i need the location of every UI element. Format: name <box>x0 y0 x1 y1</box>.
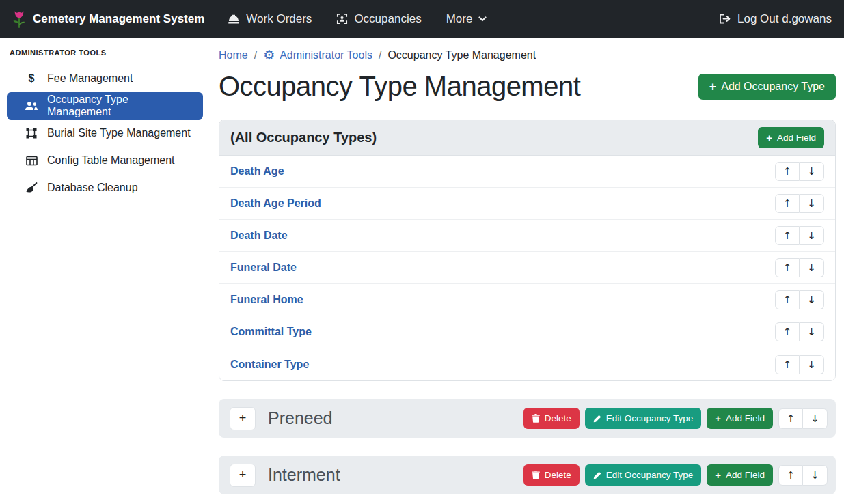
field-row: Death Age Period ↑ ↓ <box>219 188 835 220</box>
nav-occupancies[interactable]: Occupancies <box>336 12 421 26</box>
nav-work-orders[interactable]: Work Orders <box>228 12 312 26</box>
sidebar-item-label: Database Cleanup <box>47 182 138 194</box>
logout-link[interactable]: Log Out d.gowans <box>719 12 832 26</box>
move-up-button[interactable]: ↑ <box>775 290 800 309</box>
field-row: Container Type ↑ ↓ <box>219 348 835 380</box>
field-link[interactable]: Committal Type <box>230 326 312 338</box>
field-link[interactable]: Death Age Period <box>230 197 321 210</box>
sidebar-item-label: Burial Site Type Management <box>47 127 191 139</box>
add-field-label: Add Field <box>726 470 765 480</box>
field-link[interactable]: Death Age <box>230 165 284 178</box>
arrow-up-icon: ↑ <box>783 294 792 306</box>
breadcrumb-admin-tools-link[interactable]: ⚙ Administrator Tools <box>263 48 372 61</box>
work-orders-icon <box>228 14 240 25</box>
arrow-down-icon: ↓ <box>807 197 816 210</box>
move-up-button[interactable]: ↑ <box>775 162 800 181</box>
edit-occupancy-type-label: Edit Occupancy Type <box>606 470 693 480</box>
move-down-button[interactable]: ↓ <box>800 258 824 277</box>
nav-occupancies-label: Occupancies <box>354 12 421 26</box>
arrow-down-icon: ↓ <box>807 359 816 371</box>
reorder-group: ↑ ↓ <box>775 194 824 213</box>
sidebar-item-burial-site-type-management[interactable]: Burial Site Type Management <box>7 120 203 147</box>
gear-icon: ⚙ <box>263 48 275 61</box>
delete-button[interactable]: Delete <box>523 408 580 429</box>
page-title: Occupancy Type Management <box>219 71 580 102</box>
field-link[interactable]: Funeral Date <box>230 262 297 274</box>
move-up-button[interactable]: ↑ <box>775 355 800 374</box>
move-down-button[interactable]: ↓ <box>800 355 824 374</box>
delete-label: Delete <box>545 413 571 423</box>
move-up-button[interactable]: ↑ <box>775 322 800 341</box>
arrow-down-icon: ↓ <box>811 412 819 425</box>
delete-button[interactable]: Delete <box>523 464 580 486</box>
arrow-down-icon: ↓ <box>807 262 816 274</box>
move-down-button[interactable]: ↓ <box>800 194 824 213</box>
reorder-group: ↑ ↓ <box>775 258 824 277</box>
sidebar-item-label: Occupancy Type Management <box>47 94 195 118</box>
move-down-button[interactable]: ↓ <box>800 162 824 181</box>
breadcrumb-home-label: Home <box>219 49 248 61</box>
arrow-down-icon: ↓ <box>807 229 816 242</box>
trash-icon <box>532 471 540 479</box>
breadcrumb-separator: / <box>379 49 381 61</box>
arrow-up-icon: ↑ <box>787 412 795 425</box>
app-brand[interactable]: Cemetery Management System <box>12 10 204 29</box>
dollar-icon: $ <box>25 72 38 85</box>
trash-icon <box>532 414 540 423</box>
nav-more[interactable]: More <box>446 12 487 26</box>
arrow-up-icon: ↑ <box>783 326 792 338</box>
field-link[interactable]: Container Type <box>230 359 309 371</box>
add-occupancy-type-button[interactable]: + Add Occupancy Type <box>698 74 836 100</box>
reorder-group: ↑ ↓ <box>775 162 824 181</box>
sidebar-item-occupancy-type-management[interactable]: Occupancy Type Management <box>7 92 203 120</box>
arrow-down-icon: ↓ <box>807 294 816 306</box>
arrow-up-icon: ↑ <box>787 469 795 481</box>
all-occupancy-types-header: (All Occupancy Types) + Add Field <box>219 120 835 156</box>
add-field-button[interactable]: + Add Field <box>707 464 773 486</box>
arrow-down-icon: ↓ <box>811 469 819 481</box>
sidebar-item-fee-management[interactable]: $ Fee Management <box>7 65 203 92</box>
add-occupancy-type-label: Add Occupancy Type <box>721 81 825 93</box>
top-navbar: Cemetery Management System Work Orders O… <box>0 0 844 38</box>
move-up-button[interactable]: ↑ <box>775 258 800 277</box>
main-content: Home / ⚙ Administrator Tools / Occupancy… <box>210 38 844 504</box>
expand-button[interactable]: + <box>230 464 256 487</box>
move-down-button[interactable]: ↓ <box>800 226 824 245</box>
reorder-group: ↑ ↓ <box>775 290 824 309</box>
move-down-button[interactable]: ↓ <box>803 408 828 429</box>
reorder-group: ↑ ↓ <box>775 322 824 341</box>
move-up-button[interactable]: ↑ <box>775 226 800 245</box>
move-up-button[interactable]: ↑ <box>778 465 803 486</box>
sidebar-item-config-table-management[interactable]: Config Table Management <box>7 147 203 174</box>
field-link[interactable]: Death Date <box>230 229 288 242</box>
occupancy-type-section-preneed: + Preneed Delete <box>219 399 836 438</box>
breadcrumb-home-link[interactable]: Home <box>219 49 248 61</box>
section-actions: Delete Edit Occupancy Type + Add Field ↑ <box>523 408 828 429</box>
move-up-button[interactable]: ↑ <box>775 194 800 213</box>
chevron-down-icon <box>478 16 487 22</box>
edit-occupancy-type-label: Edit Occupancy Type <box>606 413 693 423</box>
move-down-button[interactable]: ↓ <box>800 290 824 309</box>
move-down-button[interactable]: ↓ <box>800 322 824 341</box>
navbar-links: Work Orders Occupancies More <box>228 12 487 26</box>
edit-occupancy-type-button[interactable]: Edit Occupancy Type <box>585 464 701 486</box>
delete-label: Delete <box>545 470 571 480</box>
edit-occupancy-type-button[interactable]: Edit Occupancy Type <box>585 408 701 429</box>
move-down-button[interactable]: ↓ <box>803 465 828 486</box>
nav-work-orders-label: Work Orders <box>246 12 312 26</box>
all-occupancy-types-card: (All Occupancy Types) + Add Field Death … <box>219 120 836 381</box>
plus-icon: + <box>766 132 772 143</box>
add-field-button[interactable]: + Add Field <box>707 408 773 429</box>
expand-button[interactable]: + <box>230 407 256 430</box>
nav-more-label: More <box>446 12 473 26</box>
add-field-button[interactable]: + Add Field <box>758 127 824 148</box>
sidebar-item-database-cleanup[interactable]: Database Cleanup <box>7 174 203 201</box>
field-row: Death Date ↑ ↓ <box>219 220 835 252</box>
move-up-button[interactable]: ↑ <box>778 408 803 429</box>
occupancy-type-section-interment: + Interment Delete <box>219 456 836 494</box>
field-link[interactable]: Funeral Home <box>230 294 303 306</box>
frame-icon <box>25 128 38 139</box>
plus-icon: + <box>709 81 717 93</box>
page-header: Occupancy Type Management + Add Occupanc… <box>219 71 836 102</box>
all-occupancy-types-title: (All Occupancy Types) <box>230 130 377 145</box>
